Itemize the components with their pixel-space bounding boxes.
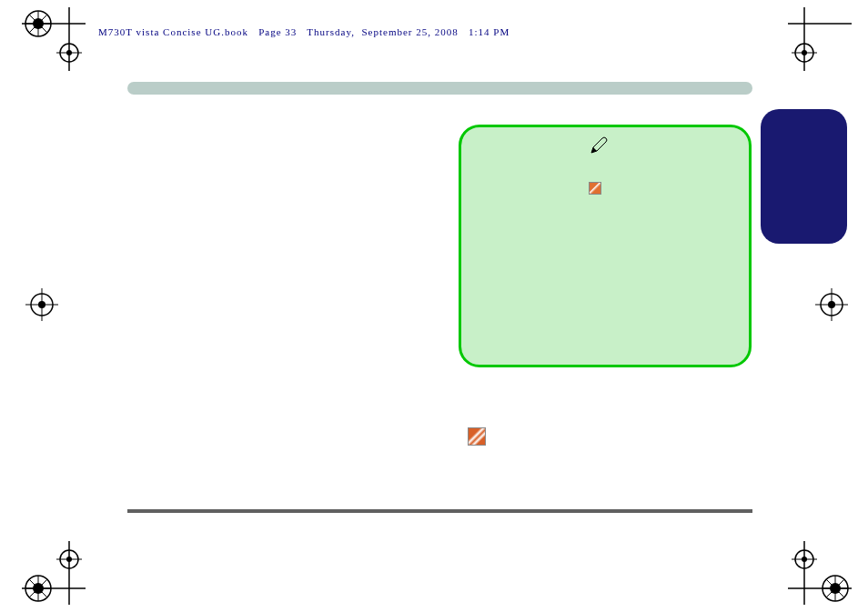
orange-square-icon <box>589 182 601 195</box>
page-stamp-page: Page 33 <box>258 26 297 37</box>
crop-mark-mid-right <box>788 273 852 336</box>
crop-mark-bottom-right <box>788 541 852 605</box>
page-stamp: M730T vista Concise UG.book Page 33 Thur… <box>98 26 510 37</box>
crop-mark-mid-left <box>22 273 86 336</box>
crop-mark-bottom-left <box>22 541 86 605</box>
page-stamp-book: M730T vista Concise UG.book <box>98 26 248 37</box>
side-tab <box>761 109 847 244</box>
crop-mark-top-left <box>22 7 86 71</box>
page-stamp-time: 1:14 PM <box>469 26 510 37</box>
note-box <box>459 125 752 367</box>
footer-rule <box>127 509 752 513</box>
header-bar <box>127 82 752 95</box>
orange-square-icon <box>468 427 486 446</box>
pen-icon <box>590 136 608 158</box>
page-stamp-date: September 25, 2008 <box>361 26 458 37</box>
page-stamp-day: Thursday, <box>307 26 355 37</box>
crop-mark-top-right <box>788 7 852 71</box>
